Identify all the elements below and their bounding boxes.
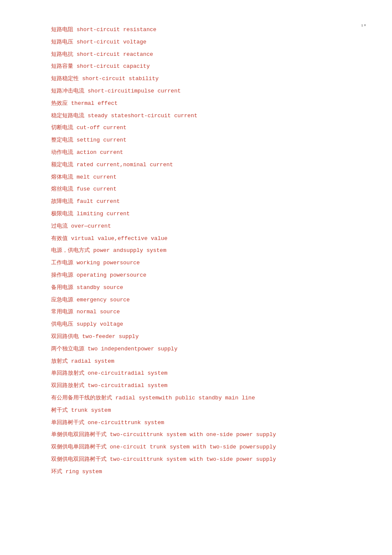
term-cn: 短路电阻 xyxy=(51,26,77,33)
term-en: power andsupply system xyxy=(93,247,167,254)
term-cn: 放射式 xyxy=(51,358,71,364)
list-item: 短路电压 short-circuit voltage xyxy=(51,38,341,47)
list-item: 短路电阻 short-circuit resistance xyxy=(51,26,341,35)
term-cn: 熔丝电流 xyxy=(51,186,77,192)
list-item: 单侧供电双回路树干式 two-circuittrunk system with … xyxy=(51,431,341,439)
page-marker: ¹⁸ xyxy=(361,23,366,29)
term-en: emergency source xyxy=(77,297,130,303)
term-cn: 常用电源 xyxy=(51,309,77,315)
term-en: working powersource xyxy=(77,260,140,266)
term-cn: 应急电源 xyxy=(51,297,77,303)
term-en: two-circuitradial system xyxy=(88,382,167,389)
list-item: 有公用备用干线的放射式 radial systemwith public sta… xyxy=(51,394,341,403)
term-cn: 稳定短路电流 xyxy=(51,113,88,119)
term-en: one-circuit trunk system with two-side p… xyxy=(110,444,276,450)
term-cn: 有效值 xyxy=(51,235,71,242)
term-cn: 双侧供电双回路树干式 xyxy=(51,456,110,462)
term-en: fuse current xyxy=(77,186,117,192)
term-en: trunk system xyxy=(71,407,111,413)
term-en: short-circuit capacity xyxy=(77,63,150,69)
list-item: 双回路供电 two-feeder supply xyxy=(51,332,341,341)
list-item: 常用电源 normal source xyxy=(51,308,341,317)
term-cn: 故障电流 xyxy=(51,198,77,205)
term-cn: 整定电流 xyxy=(51,137,77,143)
term-en: standby source xyxy=(77,284,123,291)
list-item: 动作电流 action current xyxy=(51,148,341,157)
list-item: 额定电流 rated current,nominal current xyxy=(51,161,341,170)
term-en: short-circuit resistance xyxy=(77,26,156,33)
list-item: 单回路放射式 one-circuitradial system xyxy=(51,369,341,378)
term-cn: 短路电抗 xyxy=(51,51,77,58)
term-cn: 单侧供电双回路树干式 xyxy=(51,431,110,438)
term-en: two-circuittrunk system with one-side po… xyxy=(110,431,276,438)
list-item: 熔丝电流 fuse current xyxy=(51,185,341,194)
list-item: 电源，供电方式 power andsupply system xyxy=(51,246,341,255)
list-item: 有效值 virtual value,effective value xyxy=(51,234,341,243)
list-item: 过电流 over—current xyxy=(51,222,341,231)
term-cn: 过电流 xyxy=(51,223,71,229)
list-item: 备用电源 standby source xyxy=(51,283,341,292)
term-cn: 熔体电流 xyxy=(51,174,77,180)
list-item: 工作电源 working powersource xyxy=(51,259,341,268)
term-en: short-circuit stability xyxy=(82,75,159,82)
term-cn: 操作电源 xyxy=(51,272,77,278)
term-en: short-circuit voltage xyxy=(77,39,147,45)
term-cn: 动作电流 xyxy=(51,149,77,156)
list-item: 熔体电流 melt current xyxy=(51,173,341,182)
list-item: 短路冲击电流 short-circuitimpulse current xyxy=(51,87,341,96)
list-item: 双侧供电单回路树干式 one-circuit trunk system with… xyxy=(51,443,341,452)
term-cn: 热效应 xyxy=(51,100,71,107)
term-en: two-feeder supply xyxy=(82,333,139,340)
term-en: one-circuitradial system xyxy=(88,370,167,376)
term-en: melt current xyxy=(77,174,117,180)
term-cn: 有公用备用干线的放射式 xyxy=(51,395,115,401)
term-en: cut-off current xyxy=(77,124,127,131)
term-cn: 极限电流 xyxy=(51,211,77,217)
term-en: thermal effect xyxy=(71,100,118,107)
term-cn: 额定电流 xyxy=(51,162,77,168)
term-en: action current xyxy=(77,149,123,156)
term-cn: 短路容量 xyxy=(51,63,77,69)
term-cn: 切断电流 xyxy=(51,124,77,131)
term-cn: 短路冲击电流 xyxy=(51,88,88,94)
list-item: 短路容量 short-circuit capacity xyxy=(51,62,341,71)
term-en: short-circuit reactance xyxy=(77,51,153,58)
list-item: 应急电源 emergency source xyxy=(51,296,341,305)
list-item: 故障电流 fault current xyxy=(51,197,341,206)
term-cn: 备用电源 xyxy=(51,284,77,291)
list-item: 两个独立电源 two independentpower supply xyxy=(51,345,341,354)
term-en: steady stateshort-circuit current xyxy=(88,113,197,119)
term-cn: 环式 xyxy=(51,468,66,475)
list-item: 整定电流 setting current xyxy=(51,136,341,145)
term-cn: 双侧供电单回路树干式 xyxy=(51,444,110,450)
list-item: 短路电抗 short-circuit reactance xyxy=(51,50,341,59)
list-item: 热效应 thermal effect xyxy=(51,99,341,108)
list-item: 稳定短路电流 steady stateshort-circuit current xyxy=(51,112,341,121)
list-item: 极限电流 limiting current xyxy=(51,210,341,219)
term-cn: 短路稳定性 xyxy=(51,75,82,82)
term-cn: 单回路树干式 xyxy=(51,419,88,426)
term-en: virtual value,effective value xyxy=(71,235,167,242)
term-en: rated current,nominal current xyxy=(77,162,173,168)
term-en: two-circuittrunk system with two-side po… xyxy=(110,456,276,462)
term-en: supply voltage xyxy=(77,321,123,327)
list-item: 双侧供电双回路树干式 two-circuittrunk system with … xyxy=(51,455,341,464)
term-en: radial systemwith public standby main li… xyxy=(115,395,255,401)
term-en: fault current xyxy=(77,198,120,205)
term-cn: 双回路放射式 xyxy=(51,382,88,389)
list-item: 环式 ring system xyxy=(51,468,341,477)
list-item: 单回路树干式 one-circuittrunk system xyxy=(51,419,341,428)
list-item: 双回路放射式 two-circuitradial system xyxy=(51,382,341,390)
term-cn: 工作电源 xyxy=(51,260,77,266)
term-cn: 双回路供电 xyxy=(51,333,82,340)
term-en: two independentpower supply xyxy=(88,346,178,352)
term-cn: 树干式 xyxy=(51,407,71,413)
term-cn: 电源，供电方式 xyxy=(51,247,93,254)
term-en: radial system xyxy=(71,358,114,364)
term-en: setting current xyxy=(77,137,127,143)
term-list: 短路电阻 short-circuit resistance短路电压 short-… xyxy=(51,26,341,476)
list-item: 树干式 trunk system xyxy=(51,406,341,415)
list-item: 短路稳定性 short-circuit stability xyxy=(51,75,341,84)
term-en: over—current xyxy=(71,223,111,229)
list-item: 放射式 radial system xyxy=(51,357,341,366)
